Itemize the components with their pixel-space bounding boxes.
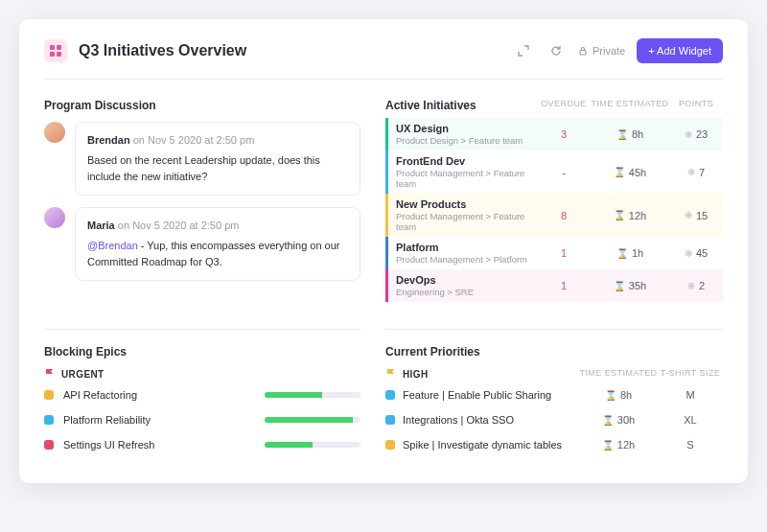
time-value: 35h (629, 280, 646, 291)
comment-timestamp: Nov 5 2020 at 2:50 pm (148, 134, 254, 146)
progress-bar (265, 417, 360, 423)
progress-bar (265, 442, 360, 448)
dashboard-icon (44, 39, 67, 62)
size-value: XL (658, 414, 723, 426)
points-value: 15 (696, 210, 708, 221)
initiative-row[interactable]: UX DesignProduct Design > Feature team 3… (385, 118, 723, 150)
points-value: 7 (699, 167, 705, 178)
badge-icon: ❋ (687, 281, 695, 291)
epic-row[interactable]: API Refactoring (44, 389, 360, 401)
mention[interactable]: @Brendan (87, 240, 138, 251)
overdue-value: 3 (537, 128, 591, 140)
color-dot (44, 390, 54, 400)
hourglass-icon: ⌛ (614, 167, 625, 177)
comment: Maria on Nov 5 2020 at 2:50 pm @Brendan … (44, 207, 360, 281)
header: Q3 Initiatives Overview Private + Add Wi… (44, 38, 723, 80)
epic-name: Platform Reliability (63, 414, 151, 426)
badge-icon: ❋ (685, 210, 692, 220)
priority-name: Feature | Enable Public Sharing (403, 389, 551, 401)
page-title: Q3 Initiatives Overview (79, 42, 246, 59)
expand-button[interactable] (513, 40, 534, 61)
time-value: 1h (632, 247, 643, 259)
col-time: TIME ESTIMATED (579, 368, 658, 380)
add-widget-button[interactable]: + Add Widget (637, 38, 723, 63)
overdue-value: 1 (537, 280, 591, 291)
program-discussion-section: Program Discussion Brendan on Nov 5 2020… (44, 99, 360, 302)
badge-icon: ❋ (685, 248, 692, 259)
flag-icon (44, 368, 56, 380)
overdue-value: 1 (537, 247, 591, 259)
avatar (44, 207, 65, 228)
time-value: 12h (617, 439, 635, 451)
hourglass-icon: ⌛ (605, 390, 616, 401)
avatar (44, 122, 65, 143)
priority-row[interactable]: Feature | Enable Public Sharing ⌛8h M (385, 389, 723, 401)
svg-rect-3 (57, 52, 61, 57)
initiative-row[interactable]: New ProductsProduct Management > Feature… (385, 194, 723, 237)
color-dot (385, 390, 395, 400)
priority-tag: HIGH (403, 369, 429, 380)
epic-name: Settings UI Refresh (63, 439, 154, 451)
color-dot (44, 440, 54, 450)
active-initiatives-section: Active Initiatives OVERDUE TIME ESTIMATE… (385, 99, 723, 302)
flag-icon (385, 368, 397, 380)
col-size: T-SHIRT SIZE (658, 368, 723, 380)
epic-row[interactable]: Platform Reliability (44, 414, 360, 426)
section-title: Program Discussion (44, 99, 360, 112)
col-overdue: OVERDUE (537, 99, 591, 112)
initiative-row[interactable]: PlatformProduct Management > Platform 1 … (385, 237, 723, 269)
divider (44, 329, 360, 330)
priority-name: Integrations | Okta SSO (403, 414, 514, 426)
epic-name: API Refactoring (63, 389, 137, 401)
points-value: 2 (699, 280, 705, 291)
color-dot (385, 415, 395, 425)
comment-author: Maria (87, 220, 115, 231)
svg-rect-0 (50, 45, 55, 50)
comment-body[interactable]: Maria on Nov 5 2020 at 2:50 pm @Brendan … (75, 207, 360, 281)
priority-row[interactable]: Spike | Investigate dynamic tables ⌛12h … (385, 439, 723, 451)
privacy-label: Private (593, 45, 625, 57)
priority-row[interactable]: Integrations | Okta SSO ⌛30h XL (385, 414, 723, 426)
priority-tag: URGENT (61, 369, 105, 380)
hourglass-icon: ⌛ (614, 210, 625, 220)
lock-icon (578, 46, 588, 56)
privacy-indicator[interactable]: Private (578, 45, 625, 57)
section-title: Current Priorities (385, 345, 723, 359)
dashboard-card: Q3 Initiatives Overview Private + Add Wi… (19, 19, 748, 483)
initiative-row[interactable]: FrontEnd DevProduct Management > Feature… (385, 150, 723, 194)
refresh-button[interactable] (546, 40, 567, 61)
size-value: M (658, 389, 723, 401)
hourglass-icon: ⌛ (614, 281, 625, 291)
progress-bar (265, 392, 360, 398)
hourglass-icon: ⌛ (616, 129, 628, 140)
hourglass-icon: ⌛ (602, 440, 614, 451)
epic-row[interactable]: Settings UI Refresh (44, 439, 360, 451)
color-dot (385, 440, 395, 450)
points-value: 23 (696, 128, 708, 140)
svg-rect-2 (50, 52, 55, 57)
comment-body[interactable]: Brendan on Nov 5 2020 at 2:50 pm Based o… (75, 122, 360, 196)
comment: Brendan on Nov 5 2020 at 2:50 pm Based o… (44, 122, 360, 196)
priority-name: Spike | Investigate dynamic tables (403, 439, 562, 451)
col-points: POINTS (669, 99, 723, 112)
initiative-row[interactable]: DevOpsEngineering > SRE 1 ⌛35h ❋2 (385, 269, 723, 302)
badge-icon: ❋ (685, 129, 692, 140)
comment-timestamp: Nov 5 2020 at 2:50 pm (132, 220, 239, 231)
current-priorities-section: Current Priorities HIGH TIME ESTIMATED T… (385, 325, 723, 464)
time-value: 12h (629, 210, 646, 221)
overdue-value: - (537, 167, 591, 178)
svg-rect-1 (57, 45, 61, 50)
comment-author: Brendan (87, 134, 130, 146)
overdue-value: 8 (537, 210, 591, 221)
hourglass-icon: ⌛ (602, 415, 614, 426)
badge-icon: ❋ (687, 167, 695, 177)
section-title: Blocking Epics (44, 345, 360, 359)
section-title: Active Initiatives (385, 99, 537, 112)
time-value: 30h (617, 414, 635, 426)
time-value: 8h (620, 389, 632, 401)
comment-text: Based on the recent Leadership update, d… (87, 152, 348, 185)
blocking-epics-section: Blocking Epics URGENT API Refactoring Pl… (44, 325, 360, 464)
svg-rect-4 (580, 51, 586, 56)
size-value: S (658, 439, 723, 451)
points-value: 45 (696, 247, 708, 259)
